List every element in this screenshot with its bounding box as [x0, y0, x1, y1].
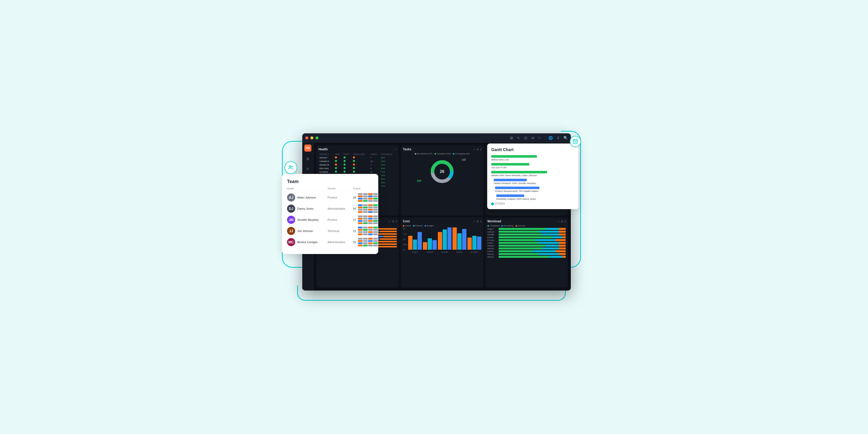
cost-bar-group: [423, 238, 437, 250]
workload-row: Newport: [488, 244, 566, 247]
legend-not-started: Not Started (147): [415, 153, 432, 155]
sidebar-item-refresh[interactable]: ↻: [305, 166, 311, 172]
svg-point-4: [291, 166, 292, 167]
gantt-item-label: Feasibility Analysis 100% Danny Jones: [496, 198, 575, 200]
avatar-1: DJ: [287, 205, 295, 213]
gantt-bar: [494, 179, 527, 181]
expand-icon-workload[interactable]: ⤢: [557, 220, 559, 223]
col-progress: PROGRESS: [380, 153, 397, 156]
grid-icon[interactable]: ⊞: [510, 136, 513, 140]
legend-complete: Complete (104): [435, 153, 451, 155]
health-row: EV1DESI 11 71%: [318, 170, 397, 174]
cost-bar-group: [408, 232, 422, 250]
traffic-light-red[interactable]: [305, 136, 308, 139]
settings-icon-tasks[interactable]: ⚙: [476, 148, 479, 151]
member-task-bars-1: [358, 204, 378, 213]
legend-dot-gray: [415, 153, 416, 155]
avatar-3: JJ: [287, 227, 295, 235]
cost-chart-label: 5GigsIT: [408, 251, 422, 253]
team-member-row: DJ Danny Jones Administrative 16: [287, 204, 373, 213]
gantt-bar: [495, 186, 539, 189]
copy-icon[interactable]: ⊡: [524, 136, 527, 140]
gantt-date: 2/7/2023: [491, 202, 575, 205]
team-icon-button[interactable]: [284, 161, 297, 174]
cursor-icon[interactable]: ↖: [517, 136, 520, 140]
donut-chart: 26 147 104: [403, 156, 481, 187]
col-tasks: TASKS: [369, 153, 380, 156]
gantt-rows: Willow Devs 11% You Got IT! 8% Ideation …: [491, 155, 575, 200]
cost-bar-actual: [408, 236, 412, 250]
expand-icon-tasks[interactable]: ⤢: [473, 148, 475, 151]
col-project: PROJECT: [318, 153, 334, 156]
team-member-row: JM Jennifer Murphey Product 17: [287, 215, 373, 224]
health-row: ENCLAVE 3 95%: [318, 167, 397, 170]
info-icon-tasks[interactable]: ℹ: [480, 148, 482, 151]
settings-icon-cost[interactable]: ⚙: [476, 220, 479, 223]
cost-bar-actual: [438, 232, 442, 250]
cost-chart-labels: 5GigsITCanarySDewaltBEnclaveEV1Desi: [408, 251, 482, 253]
cost-bars-area: 5GigsITCanarySDewaltBEnclaveEV1Desi: [408, 228, 482, 253]
workload-row: WillowD: [488, 256, 566, 258]
workload-row: CanaryS: [488, 231, 566, 233]
expand-icon[interactable]: ⤢: [395, 148, 397, 151]
member-team-3: Technical: [328, 229, 353, 232]
calendar-button[interactable]: [570, 136, 581, 147]
team-member-row: JJ Joe Johnson Technical 11: [287, 227, 373, 235]
donut-center-label: 26: [440, 169, 444, 174]
health-panel-icons: ⤢: [395, 148, 397, 151]
workload-row: DewaltB: [488, 233, 566, 235]
legend-cost-planned: Planned: [413, 225, 423, 227]
gantt-row: Product Requirements 75% Natalie Waters: [491, 186, 575, 193]
cost-bar-budget: [432, 240, 437, 250]
dot-cost-actual: [403, 225, 404, 227]
traffic-light-green[interactable]: [315, 136, 318, 139]
member-tasks-count-2: 17: [353, 218, 358, 221]
diamond-icon: [491, 202, 494, 205]
gantt-row: Market Research 100% Jennifer Murphey: [491, 179, 575, 184]
tasks-legend: Not Started (147) Complete (104) In Prog…: [403, 153, 481, 155]
cost-chart-label: CanaryS: [423, 251, 437, 253]
team-panel: Team NAME TEAMS TASKS AJ Adam Johnson Pr…: [282, 174, 378, 254]
filter-icon[interactable]: ⧖: [557, 136, 559, 140]
gantt-row: You Got IT! 8%: [491, 163, 575, 169]
workload-row: ParkTal: [488, 250, 566, 252]
search-icon[interactable]: 🔍: [563, 136, 568, 140]
avatar-0: AJ: [287, 194, 295, 202]
workload-row: Reserve: [488, 253, 566, 255]
health-row: DEWALTB 7 42%: [318, 163, 397, 167]
cost-chart-label: EV1Desi: [467, 251, 482, 253]
col-tasks-header: TASKS: [353, 187, 373, 190]
health-title: Health: [318, 148, 328, 151]
globe-icon[interactable]: 🌐: [549, 136, 553, 140]
link-icon[interactable]: ⇄: [531, 136, 534, 140]
avatar-2: JM: [287, 216, 295, 224]
expand-icon-time[interactable]: ⤢: [389, 220, 391, 223]
legend-dot-cyan: [453, 153, 454, 155]
cost-panel: Cost ⤢ ⚙ ℹ Actual: [401, 218, 483, 287]
cost-bar-group: [453, 227, 466, 250]
info-icon-cost[interactable]: ℹ: [480, 220, 482, 223]
cost-bar-planned: [443, 229, 447, 250]
scene: ⊞ ↖ ⊡ ⇄ ⑂ 🌐 ⧖ 🔍 PM ⊞ ↻ ⏱ 👤 📁: [282, 128, 586, 306]
info-icon-workload[interactable]: ℹ: [565, 220, 566, 223]
workload-title: Workload: [488, 220, 501, 223]
settings-icon-workload[interactable]: ⚙: [561, 220, 563, 223]
tasks-title: Tasks: [403, 148, 411, 151]
member-tasks-count-4: 15: [353, 240, 358, 243]
traffic-light-yellow[interactable]: [310, 136, 313, 139]
sidebar-item-dashboard[interactable]: ⊞: [305, 156, 311, 162]
cost-panel-icons: ⤢ ⚙ ℹ: [473, 220, 482, 223]
branch-icon[interactable]: ⑂: [538, 136, 540, 140]
col-cost: COST: [343, 153, 352, 156]
info-icon-time[interactable]: ℹ: [396, 220, 397, 223]
team-col-headers: NAME TEAMS TASKS: [287, 187, 373, 191]
svg-rect-6: [574, 142, 575, 142]
member-tasks-count-0: 18: [353, 196, 358, 199]
gantt-item-label: Ideation 90% Steve Michaels, Adam Johnso…: [491, 174, 575, 177]
cost-panel-header: Cost ⤢ ⚙ ℹ: [403, 220, 481, 223]
settings-icon-time[interactable]: ⚙: [392, 220, 394, 223]
member-task-bars-3: [358, 227, 378, 235]
expand-icon-cost[interactable]: ⤢: [473, 220, 475, 223]
workload-panel-header: Workload ⤢ ⚙ ℹ: [488, 220, 566, 223]
gantt-date-label: 2/7/2023: [495, 202, 505, 205]
